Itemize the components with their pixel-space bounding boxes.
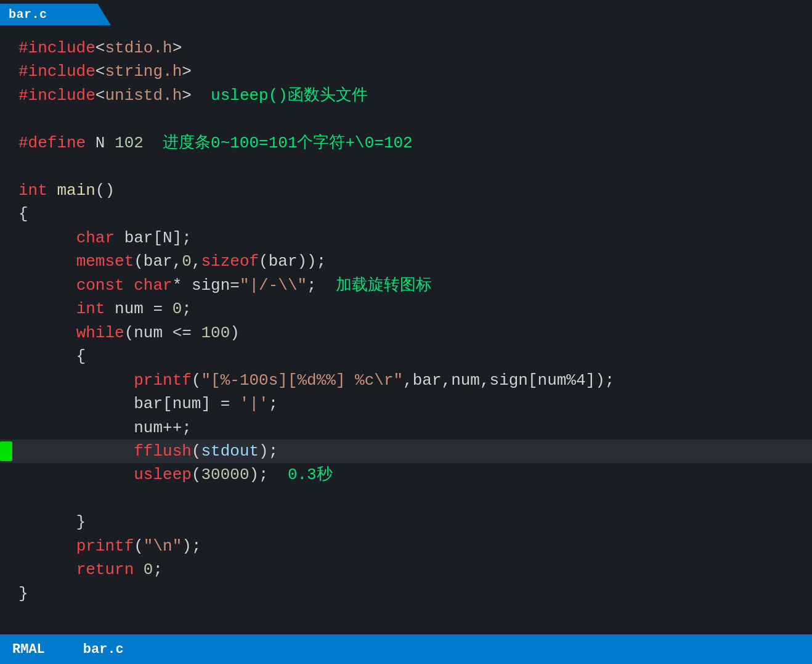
code-content: #include<string.h> (18, 60, 192, 83)
code-content: #include<unistd.h> usleep()函数头文件 (18, 84, 368, 107)
code-line: bar[num] = '|'; (0, 392, 812, 416)
code-area: #include<stdio.h> #include<string.h> #in… (0, 25, 812, 634)
code-line: #define N 102 进度条0~100=101个字符+\0=102 (0, 131, 812, 155)
code-line-active: fflush(stdout); (0, 440, 812, 463)
code-line: int main() (0, 179, 812, 202)
annotation-define: 进度条0~100=101个字符+\0=102 (163, 134, 413, 152)
code-line: { (0, 345, 812, 368)
tab-bar: bar.c (0, 0, 812, 25)
code-line (0, 155, 812, 178)
code-line (0, 107, 812, 131)
code-line: } (0, 582, 812, 605)
code-line (0, 487, 812, 510)
status-mode: RMAL (0, 634, 57, 664)
mode-label: RMAL (12, 642, 45, 657)
code-line: return 0; (0, 558, 812, 581)
code-line: #include<stdio.h> (0, 36, 812, 60)
annotation-usleep-header: usleep()函数头文件 (211, 86, 368, 105)
tab-label: bar.c (9, 7, 47, 22)
file-tab[interactable]: bar.c (0, 4, 111, 25)
status-filename: bar.c (71, 642, 136, 657)
annotation-sign: 加载旋转图标 (336, 276, 432, 295)
code-line: usleep(30000); 0.3秒 (0, 463, 812, 486)
code-line: printf("\n"); (0, 535, 812, 558)
code-line: num++; (0, 416, 812, 440)
code-line: { (0, 202, 812, 226)
annotation-usleep: 0.3秒 (288, 465, 333, 484)
code-line: memset(bar,0,sizeof(bar)); (0, 250, 812, 273)
code-line: while(num <= 100) (0, 321, 812, 345)
code-content: #include<stdio.h> (18, 36, 182, 60)
code-line: } (0, 510, 812, 534)
status-arrow (57, 634, 71, 664)
code-content: int main() (18, 179, 115, 202)
code-line: #include<string.h> (0, 60, 812, 83)
code-line: printf("[%-100s][%d%%] %c\r",bar,num,sig… (0, 369, 812, 392)
code-line: int num = 0; (0, 297, 812, 321)
breakpoint-indicator (0, 441, 12, 461)
code-line: #include<unistd.h> usleep()函数头文件 (0, 84, 812, 107)
filename-label: bar.c (83, 642, 124, 657)
code-line: char bar[N]; (0, 226, 812, 250)
status-bar: RMAL bar.c (0, 634, 812, 664)
editor-container: bar.c #include<stdio.h> #include<string.… (0, 0, 812, 664)
code-content: #define N 102 进度条0~100=101个字符+\0=102 (18, 131, 413, 155)
code-line: const char* sign="|/-\\"; 加载旋转图标 (0, 274, 812, 297)
